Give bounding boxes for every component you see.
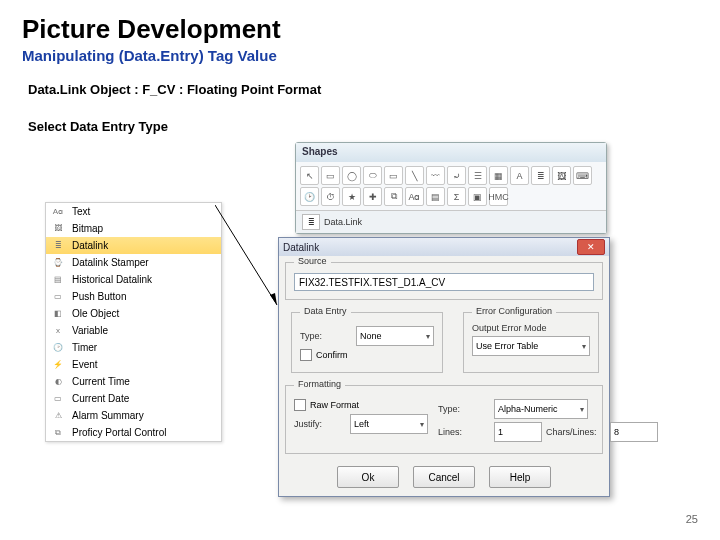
toolbox-footer[interactable]: ≣ Data.Link (296, 210, 606, 233)
menu-item[interactable]: ⚠Alarm Summary (46, 407, 221, 424)
format-type-select[interactable]: Alpha-Numeric (494, 399, 588, 419)
menu-item[interactable]: ▭Current Date (46, 390, 221, 407)
raw-format-checkbox[interactable] (294, 399, 306, 411)
menu-item-label: Timer (72, 342, 97, 353)
tool-button[interactable]: ↖ (300, 166, 319, 185)
menu-item-label: Proficy Portal Control (72, 427, 166, 438)
tool-button[interactable]: 〰 (426, 166, 445, 185)
menu-item[interactable]: ⌚Datalink Stamper (46, 254, 221, 271)
tool-button[interactable]: ☰ (468, 166, 487, 185)
tool-button[interactable]: 🖼 (552, 166, 571, 185)
confirm-checkbox[interactable] (300, 349, 312, 361)
menu-item-icon: ▤ (50, 273, 66, 287)
menu-item[interactable]: ◧Ole Object (46, 305, 221, 322)
tool-button[interactable]: ⬭ (363, 166, 382, 185)
menu-item-label: Datalink Stamper (72, 257, 149, 268)
tool-button[interactable]: ▦ (489, 166, 508, 185)
chars-input[interactable] (610, 422, 658, 442)
dialog-title-text: Datalink (283, 242, 319, 253)
chars-label: Chars/Lines: (546, 427, 606, 437)
tool-button[interactable]: ⤾ (447, 166, 466, 185)
insert-menu: AɑText🖼Bitmap≣Datalink⌚Datalink Stamper▤… (45, 202, 222, 442)
tool-button[interactable]: ✚ (363, 187, 382, 206)
menu-item-label: Bitmap (72, 223, 103, 234)
menu-item[interactable]: ⚡Event (46, 356, 221, 373)
tool-button[interactable]: ▭ (384, 166, 403, 185)
justify-label: Justify: (294, 419, 346, 429)
tool-button[interactable]: ⧉ (384, 187, 403, 206)
close-button[interactable]: ✕ (577, 239, 605, 255)
tool-button[interactable]: ≣ (531, 166, 550, 185)
svg-marker-1 (270, 293, 277, 305)
menu-item-label: Datalink (72, 240, 108, 251)
dialog-titlebar: Datalink ✕ (279, 238, 609, 256)
slide-subtitle: Manipulating (Data.Entry) Tag Value (22, 47, 698, 64)
tool-button[interactable]: ★ (342, 187, 361, 206)
tool-button[interactable]: ▣ (468, 187, 487, 206)
menu-item[interactable]: ▤Historical Datalink (46, 271, 221, 288)
source-input[interactable] (294, 273, 594, 291)
menu-item[interactable]: ⧉Proficy Portal Control (46, 424, 221, 441)
menu-item[interactable]: 🕑Timer (46, 339, 221, 356)
lines-input[interactable] (494, 422, 542, 442)
tool-button[interactable]: Aɑ (405, 187, 424, 206)
menu-item-icon: ◐ (50, 375, 66, 389)
toolbox-header: Shapes (296, 143, 606, 162)
menu-item-icon: ⚠ (50, 409, 66, 423)
tool-button[interactable]: Σ (447, 187, 466, 206)
menu-item[interactable]: 🖼Bitmap (46, 220, 221, 237)
output-error-label: Output Error Mode (472, 323, 590, 333)
menu-item-label: Alarm Summary (72, 410, 144, 421)
toolbox-footer-label: Data.Link (324, 217, 362, 227)
menu-item[interactable]: xVariable (46, 322, 221, 339)
menu-item[interactable]: ≣Datalink (46, 237, 221, 254)
ok-button[interactable]: Ok (337, 466, 399, 488)
tool-button[interactable]: ▭ (321, 166, 340, 185)
justify-select[interactable]: Left (350, 414, 428, 434)
tool-button[interactable]: ◯ (342, 166, 361, 185)
tool-button[interactable]: ▤ (426, 187, 445, 206)
menu-item-label: Current Date (72, 393, 129, 404)
page-number: 25 (686, 513, 698, 525)
menu-item-icon: 🕑 (50, 341, 66, 355)
menu-item-icon: Aɑ (50, 205, 66, 219)
formatting-group: Formatting Raw Format Justify: Left Type… (285, 385, 603, 454)
tool-button[interactable]: HMC (489, 187, 508, 206)
svg-line-0 (215, 205, 277, 305)
menu-item-label: Ole Object (72, 308, 119, 319)
cancel-button[interactable]: Cancel (413, 466, 475, 488)
datalink-icon: ≣ (302, 214, 320, 230)
output-error-select[interactable]: Use Error Table (472, 336, 590, 356)
tool-button[interactable]: ⌨ (573, 166, 592, 185)
datalink-dialog: Datalink ✕ Source Data Entry Type: None … (278, 237, 610, 497)
tool-button[interactable]: A (510, 166, 529, 185)
tool-button[interactable]: 🕑 (300, 187, 319, 206)
menu-item-icon: ▭ (50, 290, 66, 304)
formatting-group-label: Formatting (294, 379, 345, 389)
pointer-arrow-icon (215, 205, 285, 315)
menu-item-icon: ⧉ (50, 426, 66, 440)
tool-button[interactable]: ╲ (405, 166, 424, 185)
help-button[interactable]: Help (489, 466, 551, 488)
tool-button[interactable]: ⏱ (321, 187, 340, 206)
shapes-toolbox: Shapes ↖▭◯⬭▭╲〰⤾☰▦A≣🖼⌨🕑⏱★✚⧉Aɑ▤Σ▣HMC ≣ Dat… (295, 142, 607, 234)
data-entry-group-label: Data Entry (300, 306, 351, 316)
menu-item-icon: 🖼 (50, 222, 66, 236)
format-type-label: Type: (438, 404, 490, 414)
select-entry-line: Select Data Entry Type (28, 119, 698, 134)
menu-item[interactable]: ▭Push Button (46, 288, 221, 305)
menu-item-label: Event (72, 359, 98, 370)
source-group-label: Source (294, 256, 331, 266)
menu-item[interactable]: ◐Current Time (46, 373, 221, 390)
slide-title: Picture Development (22, 14, 698, 45)
menu-item[interactable]: AɑText (46, 203, 221, 220)
menu-item-label: Historical Datalink (72, 274, 152, 285)
lines-label: Lines: (438, 427, 490, 437)
menu-item-icon: ▭ (50, 392, 66, 406)
menu-item-icon: ◧ (50, 307, 66, 321)
source-group: Source (285, 262, 603, 300)
menu-item-icon: x (50, 324, 66, 338)
type-select[interactable]: None (356, 326, 434, 346)
menu-item-label: Text (72, 206, 90, 217)
raw-format-label: Raw Format (310, 400, 359, 410)
